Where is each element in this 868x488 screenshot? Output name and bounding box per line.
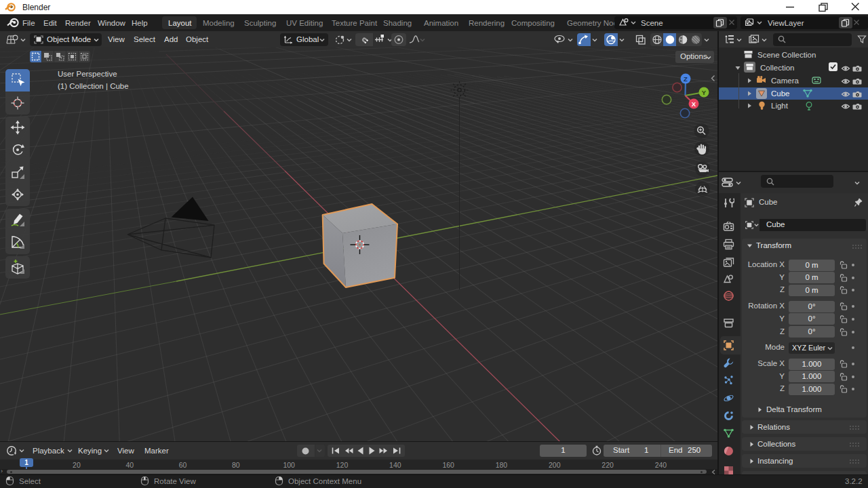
svg-text:Z: Z — [684, 75, 688, 83]
svg-text:X: X — [692, 100, 696, 108]
svg-text:Y: Y — [702, 89, 707, 96]
